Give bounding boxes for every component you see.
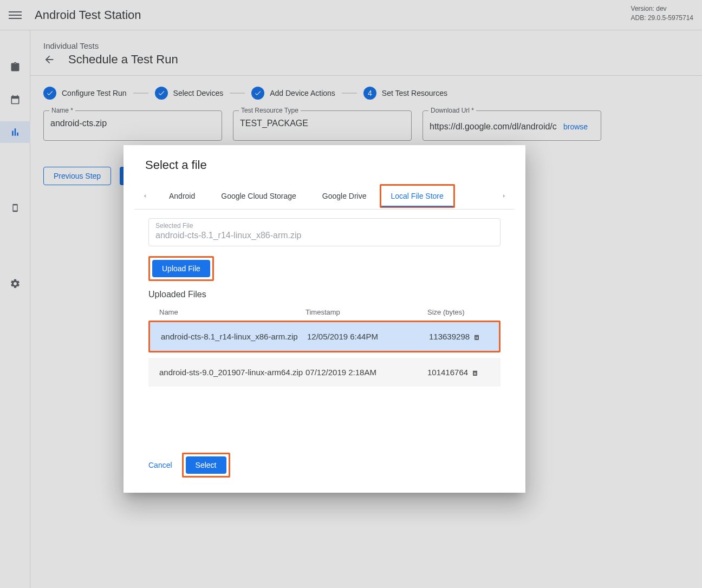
uploaded-files-title: Uploaded Files bbox=[148, 290, 500, 299]
col-name: Name bbox=[159, 308, 306, 316]
chevron-right-icon[interactable] bbox=[493, 183, 515, 209]
tab-drive[interactable]: Google Drive bbox=[309, 184, 380, 208]
tabs-row: Android Google Cloud Storage Google Driv… bbox=[134, 183, 515, 210]
file-row-highlight: android-cts-8.1_r14-linux_x86-arm.zip 12… bbox=[148, 321, 500, 352]
delete-icon[interactable] bbox=[472, 332, 489, 341]
table-header: Name Timestamp Size (bytes) bbox=[148, 304, 500, 321]
file-row[interactable]: android-sts-9.0_201907-linux-arm64.zip 0… bbox=[148, 358, 500, 387]
dialog-body: Selected File android-cts-8.1_r14-linux_… bbox=[134, 210, 515, 448]
tab-gcs[interactable]: Google Cloud Storage bbox=[208, 184, 309, 208]
dialog-footer: Cancel Select bbox=[134, 448, 515, 482]
delete-icon[interactable] bbox=[471, 368, 487, 377]
col-timestamp: Timestamp bbox=[306, 308, 427, 316]
upload-file-button[interactable]: Upload File bbox=[152, 260, 210, 277]
dialog-title: Select a file bbox=[134, 158, 515, 172]
tab-android[interactable]: Android bbox=[156, 184, 208, 208]
selected-file-field[interactable]: Selected File android-cts-8.1_r14-linux_… bbox=[148, 218, 500, 246]
upload-highlight: Upload File bbox=[148, 256, 214, 281]
cancel-button[interactable]: Cancel bbox=[143, 456, 178, 474]
col-size: Size (bytes) bbox=[427, 308, 471, 316]
tab-local-file-store[interactable]: Local File Store bbox=[380, 184, 455, 208]
chevron-left-icon[interactable] bbox=[134, 183, 156, 209]
select-button[interactable]: Select bbox=[186, 456, 226, 474]
select-file-dialog: Select a file Android Google Cloud Stora… bbox=[123, 145, 525, 493]
file-row[interactable]: android-cts-8.1_r14-linux_x86-arm.zip 12… bbox=[150, 322, 499, 351]
select-highlight: Select bbox=[182, 453, 230, 478]
